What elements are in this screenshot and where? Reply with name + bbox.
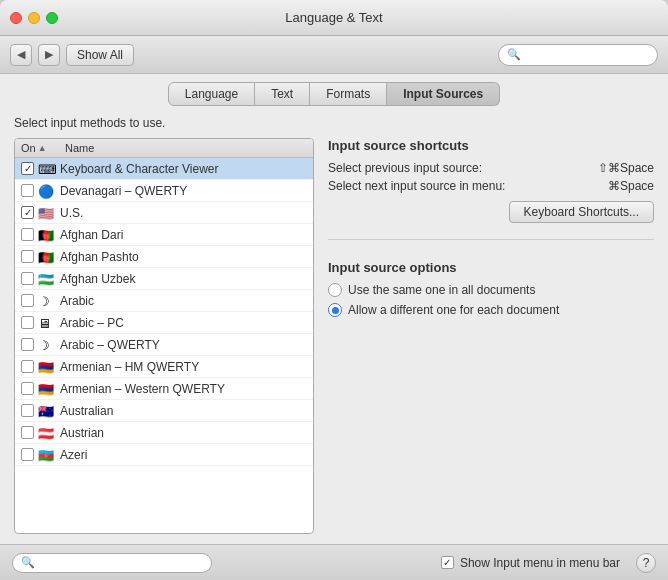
list-body[interactable]: ⌨ Keyboard & Character Viewer 🔵 Devanaga… [15,158,313,533]
flag-icon-7: 🖥 [38,317,56,329]
show-all-button[interactable]: Show All [66,44,134,66]
flag-icon-8: ☽ [38,339,56,351]
item-label-12: Austrian [60,426,104,440]
list-item[interactable]: 🖥 Arabic – PC [15,312,313,334]
list-item[interactable]: 🇦🇺 Australian [15,400,313,422]
show-menu-check[interactable]: Show Input menu in menu bar [441,556,620,570]
list-item[interactable]: 🇦🇹 Austrian [15,422,313,444]
item-checkbox-1[interactable] [21,184,34,197]
shortcut-row-previous: Select previous input source: ⇧⌘Space [328,161,654,175]
input-list-panel: On ▲ Name ⌨ Keyboard & Character Viewer … [14,138,314,534]
item-checkbox-3[interactable] [21,228,34,241]
close-button[interactable] [10,12,22,24]
item-checkbox-6[interactable] [21,294,34,307]
header-on: On ▲ [21,142,61,154]
item-checkbox-10[interactable] [21,382,34,395]
list-item[interactable]: 🇦🇿 Azeri [15,444,313,466]
item-checkbox-2[interactable] [21,206,34,219]
item-checkbox-0[interactable] [21,162,34,175]
item-checkbox-9[interactable] [21,360,34,373]
item-label-1: Devanagari – QWERTY [60,184,187,198]
item-checkbox-8[interactable] [21,338,34,351]
item-checkbox-11[interactable] [21,404,34,417]
list-item[interactable]: 🇦🇫 Afghan Pashto [15,246,313,268]
shortcut-next-label: Select next input source in menu: [328,179,505,193]
tab-text[interactable]: Text [255,82,310,106]
list-item[interactable]: 🔵 Devanagari – QWERTY [15,180,313,202]
minimize-button[interactable] [28,12,40,24]
search-icon: 🔍 [507,48,521,61]
help-button[interactable]: ? [636,553,656,573]
flag-icon-10: 🇦🇲 [38,383,56,395]
item-label-8: Arabic – QWERTY [60,338,160,352]
main-content: Select input methods to use. On ▲ Name ⌨… [0,106,668,544]
item-label-3: Afghan Dari [60,228,123,242]
options-section: Input source options Use the same one in… [328,260,654,323]
radio-row-same[interactable]: Use the same one in all documents [328,283,654,297]
radio-diff-label: Allow a different one for each document [348,303,559,317]
list-item[interactable]: ☽ Arabic – QWERTY [15,334,313,356]
section-header: Select input methods to use. [14,116,654,130]
item-checkbox-5[interactable] [21,272,34,285]
radio-row-diff[interactable]: Allow a different one for each document [328,303,654,317]
flag-icon-4: 🇦🇫 [38,251,56,263]
radio-same-doc[interactable] [328,283,342,297]
header-name: Name [65,142,94,154]
item-label-0: Keyboard & Character Viewer [60,162,219,176]
tabs-bar: Language Text Formats Input Sources [0,74,668,106]
search-input[interactable] [525,48,649,62]
shortcut-row-next: Select next input source in menu: ⌘Space [328,179,654,193]
forward-button[interactable]: ▶ [38,44,60,66]
shortcut-previous-key: ⇧⌘Space [598,161,654,175]
list-item[interactable]: 🇦🇲 Armenian – HM QWERTY [15,356,313,378]
list-header: On ▲ Name [15,139,313,158]
list-item[interactable]: ☽ Arabic [15,290,313,312]
flag-icon-9: 🇦🇲 [38,361,56,373]
shortcut-previous-label: Select previous input source: [328,161,482,175]
divider [328,239,654,240]
item-checkbox-4[interactable] [21,250,34,263]
item-label-11: Australian [60,404,113,418]
item-checkbox-7[interactable] [21,316,34,329]
item-checkbox-12[interactable] [21,426,34,439]
item-label-7: Arabic – PC [60,316,124,330]
window-title: Language & Text [285,10,382,25]
tab-input-sources[interactable]: Input Sources [387,82,500,106]
toolbar: ◀ ▶ Show All 🔍 [0,36,668,74]
list-item[interactable]: 🇺🇸 U.S. [15,202,313,224]
item-label-9: Armenian – HM QWERTY [60,360,199,374]
maximize-button[interactable] [46,12,58,24]
item-label-2: U.S. [60,206,83,220]
bottom-search-input[interactable] [39,556,203,570]
traffic-lights [10,12,58,24]
show-menu-label: Show Input menu in menu bar [460,556,620,570]
radio-diff-doc[interactable] [328,303,342,317]
item-label-5: Afghan Uzbek [60,272,135,286]
window: Language & Text ◀ ▶ Show All 🔍 Language … [0,0,668,580]
options-title: Input source options [328,260,654,275]
list-item[interactable]: ⌨ Keyboard & Character Viewer [15,158,313,180]
titlebar: Language & Text [0,0,668,36]
item-checkbox-13[interactable] [21,448,34,461]
right-panel: Input source shortcuts Select previous i… [328,138,654,534]
shortcuts-section: Input source shortcuts Select previous i… [328,138,654,223]
bottom-search-box: 🔍 [12,553,212,573]
list-item[interactable]: 🇺🇿 Afghan Uzbek [15,268,313,290]
item-label-13: Azeri [60,448,87,462]
flag-icon-13: 🇦🇿 [38,449,56,461]
shortcut-next-key: ⌘Space [608,179,654,193]
item-label-4: Afghan Pashto [60,250,139,264]
keyboard-shortcuts-button[interactable]: Keyboard Shortcuts... [509,201,654,223]
list-item[interactable]: 🇦🇫 Afghan Dari [15,224,313,246]
tab-formats[interactable]: Formats [310,82,387,106]
flag-icon-3: 🇦🇫 [38,229,56,241]
search-box: 🔍 [498,44,658,66]
bottom-bar: 🔍 Show Input menu in menu bar ? [0,544,668,580]
flag-icon-12: 🇦🇹 [38,427,56,439]
list-item[interactable]: 🇦🇲 Armenian – Western QWERTY [15,378,313,400]
show-menu-checkbox[interactable] [441,556,454,569]
shortcuts-title: Input source shortcuts [328,138,654,153]
flag-icon-2: 🇺🇸 [38,207,56,219]
back-button[interactable]: ◀ [10,44,32,66]
tab-language[interactable]: Language [168,82,255,106]
